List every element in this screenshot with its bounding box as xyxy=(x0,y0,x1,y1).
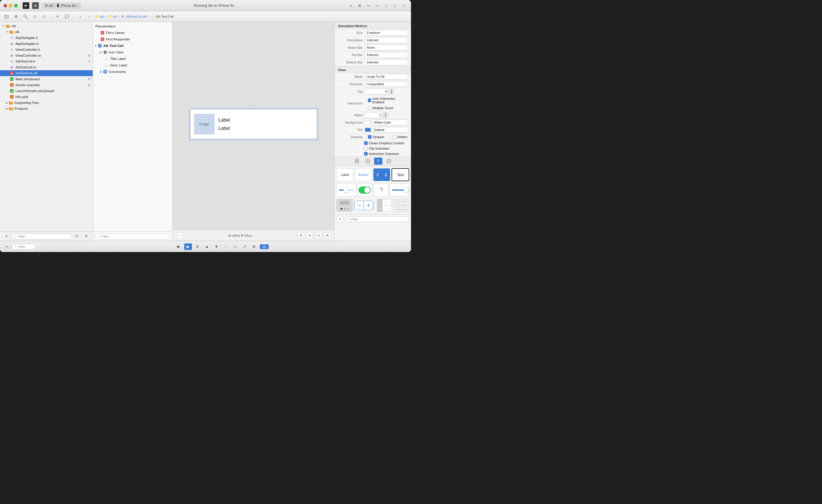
inspector-list-btn[interactable]: ≡ xyxy=(337,216,343,222)
clears-checkbox[interactable]: ✓ xyxy=(364,141,368,145)
outline-xib-test-cell[interactable]: ▼ □ Xib Test Cell xyxy=(93,42,172,49)
toolbar-list-btn[interactable]: ≡ xyxy=(53,13,62,20)
toolbar-warning-btn[interactable]: ⚠ xyxy=(31,13,39,20)
nav-back[interactable]: ‹ xyxy=(76,13,84,20)
canvas-btn-2[interactable]: ⊟ xyxy=(307,232,313,239)
stepper-minus-btn[interactable]: − xyxy=(354,201,364,210)
lib-text[interactable]: Text xyxy=(392,168,409,181)
close-button[interactable]: ✕ xyxy=(4,4,7,7)
hidden-checkbox[interactable] xyxy=(392,135,396,139)
bb-btn-align[interactable]: □ xyxy=(232,243,239,250)
file-item-xib-root[interactable]: ▼ xib xyxy=(0,23,93,29)
lib-toggle[interactable] xyxy=(357,184,372,197)
bb-btn-resolve[interactable]: ↗ xyxy=(241,243,249,250)
lib-slider-blue[interactable] xyxy=(389,184,409,197)
lib-label[interactable]: Label xyxy=(336,168,353,181)
background-swatch[interactable] xyxy=(365,120,371,125)
lib-table[interactable] xyxy=(375,199,391,212)
layout-2-btn[interactable]: □ xyxy=(392,2,399,9)
resize-handle-mr[interactable] xyxy=(317,123,319,125)
file-item-products[interactable]: ▶ Products xyxy=(0,106,93,112)
file-item-assets[interactable]: A Assets.xcassets M xyxy=(0,82,93,88)
share-btn[interactable]: ⊕ xyxy=(356,2,363,9)
lib-activity-indicator[interactable] xyxy=(374,184,389,197)
toggle-switch[interactable] xyxy=(358,186,371,194)
stepper-plus-btn[interactable]: + xyxy=(364,201,373,210)
mode-select[interactable]: Scale To Fill ⌄ xyxy=(365,74,408,80)
bottombar-select[interactable]: Inferred ⌄ xyxy=(365,59,408,65)
bb-btn-embed[interactable]: ⊕ xyxy=(251,243,258,250)
stop-button[interactable]: ■ xyxy=(32,2,39,9)
semantic-select[interactable]: Unspecified ⌄ xyxy=(365,81,408,87)
orientation-select[interactable]: Inferred ⌄ xyxy=(365,37,408,43)
size-select[interactable]: Freeform ⌄ xyxy=(365,30,408,36)
nav-filter-close[interactable]: ✕ xyxy=(82,233,90,240)
statusbar-select[interactable]: None ⌄ xyxy=(365,45,408,50)
tag-number[interactable]: 0 xyxy=(365,89,389,94)
toolbar-folder-btn[interactable] xyxy=(2,13,11,20)
seg-2[interactable]: 2 xyxy=(382,173,390,177)
file-item-appdelegate-h[interactable]: h AppDelegate.h xyxy=(0,35,93,41)
bb-btn-arrow[interactable]: ▶ xyxy=(184,243,192,250)
canvas-layout-btn[interactable]: □ xyxy=(176,232,183,239)
outline-filter-input[interactable]: ⊙ Filter xyxy=(95,233,170,239)
tag-stepper-up[interactable]: ▲ xyxy=(389,89,394,92)
opaque-checkbox[interactable]: ✓ xyxy=(368,135,371,139)
nav-forward[interactable]: › xyxy=(85,13,93,20)
lib-pagecontrol[interactable] xyxy=(336,199,353,212)
file-item-viewcontroller-m[interactable]: m ViewController.m M xyxy=(0,53,93,58)
tab-file[interactable] xyxy=(353,158,361,165)
resize-handle-tr[interactable] xyxy=(317,108,319,109)
bc-xib-file[interactable]: XibTestCell.xib xyxy=(125,15,147,18)
nav-filter-options[interactable]: ↻ xyxy=(73,233,81,240)
outline-icon-view[interactable]: ▶ 🖼 Icon View xyxy=(93,49,172,55)
file-item-xibtestcell-h[interactable]: h XibTestCell.h A xyxy=(0,58,93,64)
scheme-selector[interactable]: ⊠ xib › 📱 iPhone 6s ▾ xyxy=(42,3,81,8)
bc-xib-1[interactable]: xib xyxy=(100,15,104,18)
alpha-stepper[interactable]: ▲ ▼ xyxy=(383,112,388,118)
slider-thumb[interactable] xyxy=(343,187,349,193)
tag-stepper[interactable]: ▲ ▼ xyxy=(389,89,394,94)
user-interaction-checkbox[interactable]: ✓ xyxy=(368,99,371,102)
file-item-viewcontroller-h[interactable]: h ViewController.h xyxy=(0,47,93,53)
clip-checkbox[interactable] xyxy=(364,147,368,150)
bb-btn-pin[interactable]: ↑ xyxy=(222,243,230,250)
bb-btn-up[interactable]: ▲ xyxy=(203,243,211,250)
inspector-filter-input[interactable]: ⊙ Filter xyxy=(345,216,409,222)
outline-title-label[interactable]: L Title Label xyxy=(93,55,172,62)
bb-btn-pause[interactable]: ⏸ xyxy=(194,243,201,250)
canvas-btn-4[interactable]: ⊠ xyxy=(324,232,331,239)
tab-help[interactable]: ? xyxy=(364,158,372,165)
toolbar-search-btn[interactable]: 🔍 xyxy=(21,13,30,20)
lib-slider[interactable] xyxy=(336,184,356,197)
file-item-xibtestcell-xib[interactable]: X XibTestCell.xib xyxy=(0,70,93,76)
run-button[interactable]: ▶ xyxy=(22,2,30,9)
file-item-supporting-files[interactable]: ▶ Supporting Files xyxy=(0,100,93,106)
add-file-btn[interactable]: + xyxy=(2,233,11,240)
canvas-btn-1[interactable]: ⊞ xyxy=(298,232,304,239)
alpha-number[interactable]: 1 xyxy=(365,112,383,118)
tint-swatch[interactable] xyxy=(365,128,371,132)
slider2-thumb[interactable] xyxy=(404,187,409,193)
background-select[interactable]: White Color ⌄ xyxy=(372,120,408,125)
resize-handle-br[interactable] xyxy=(317,139,319,141)
file-item-appdelegate-m[interactable]: m AppDelegate.m xyxy=(0,41,93,47)
topbar-select[interactable]: Inferred ⌄ xyxy=(365,52,408,58)
bb-btn-1[interactable]: ▶ xyxy=(175,243,182,250)
toolbar-comment-btn[interactable]: 💬 xyxy=(63,13,71,20)
canvas-btn-3[interactable]: ⊡ xyxy=(315,232,322,239)
tag-stepper-down[interactable]: ▼ xyxy=(389,92,394,94)
lib-table-2[interactable] xyxy=(393,199,409,212)
file-item-xibtestcell-m[interactable]: m XibTestCell.m xyxy=(0,64,93,70)
toolbar-diamond-btn[interactable]: ◇ xyxy=(40,13,48,20)
bottom-filter-input[interactable]: ⊙ Filter xyxy=(12,244,35,250)
seg-1[interactable]: 1 xyxy=(374,173,382,177)
outline-first-responder[interactable]: ⊗ First Responder xyxy=(93,36,172,42)
outline-constraints[interactable]: ▶ ⊞ Constraints xyxy=(93,68,172,75)
outline-desc-label[interactable]: L Desc Label xyxy=(93,62,172,68)
alpha-stepper-down[interactable]: ▼ xyxy=(384,115,388,118)
file-item-xib-group[interactable]: ▼ xib xyxy=(0,29,93,35)
nav-back-btn[interactable]: ⇦ xyxy=(365,2,372,9)
lib-segmented[interactable]: 1 2 xyxy=(373,168,390,181)
add-constraint-btn[interactable]: + xyxy=(3,243,11,250)
